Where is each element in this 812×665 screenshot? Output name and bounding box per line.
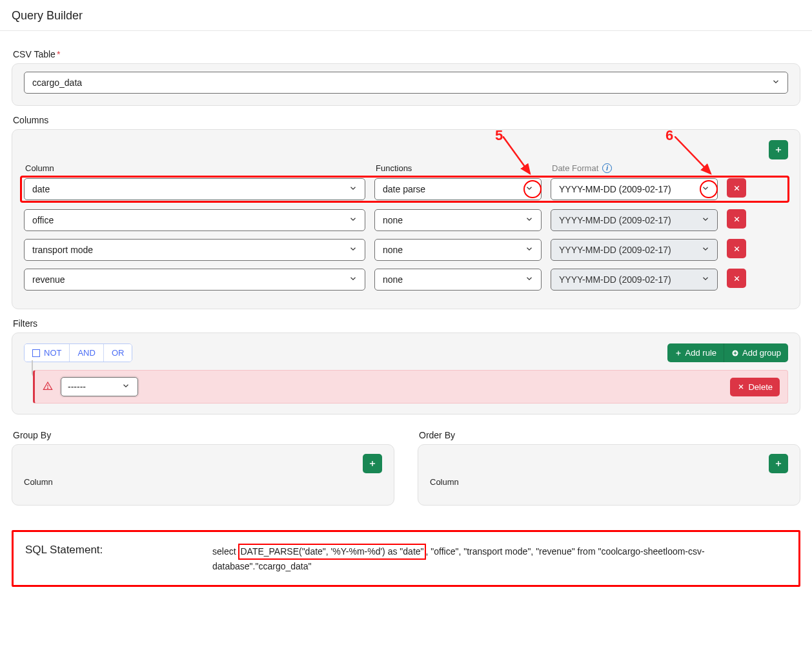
filter-not-label: NOT xyxy=(44,348,61,358)
add-rule-label: Add rule xyxy=(685,348,716,358)
group-by-column-header: Column xyxy=(24,477,382,487)
column-row: date date parse YYYY-MM-DD (2009-02-17) xyxy=(21,177,788,201)
required-asterisk: * xyxy=(57,49,60,59)
filter-and-button[interactable]: AND xyxy=(70,344,103,362)
column-select[interactable]: date xyxy=(24,178,365,200)
column-row: office none YYYY-MM-DD (2009-02-17) xyxy=(24,209,788,231)
warning-icon xyxy=(43,381,53,393)
columns-label: Columns xyxy=(13,115,800,125)
date-format-select[interactable]: YYYY-MM-DD (2009-02-17) xyxy=(551,178,718,200)
filter-rule-select[interactable]: ------ xyxy=(61,377,138,396)
add-group-button[interactable]: Add group xyxy=(724,343,788,362)
date-format-select: YYYY-MM-DD (2009-02-17) xyxy=(551,269,718,291)
sql-statement-panel: SQL Statement: select DATE_PARSE("date",… xyxy=(12,530,800,587)
function-select[interactable]: date parse xyxy=(374,178,542,200)
sql-pre: select xyxy=(212,546,238,557)
csv-table-panel: ccargo_data xyxy=(12,63,800,106)
columns-header-date-format: Date Format xyxy=(552,163,598,173)
filter-operators: NOT AND OR xyxy=(24,343,132,362)
checkbox-icon xyxy=(32,349,40,357)
csv-table-label: CSV Table* xyxy=(13,49,800,59)
order-by-column-header: Column xyxy=(430,477,788,487)
filter-rule-row: ------ Delete xyxy=(33,370,788,404)
add-rule-button[interactable]: Add rule xyxy=(667,343,724,362)
delete-label: Delete xyxy=(748,382,773,392)
add-group-label: Add group xyxy=(742,348,781,358)
column-select[interactable]: transport mode xyxy=(24,239,365,261)
function-select[interactable]: none xyxy=(374,209,542,231)
add-order-by-button[interactable] xyxy=(769,454,788,473)
column-row: revenue none YYYY-MM-DD (2009-02-17) xyxy=(24,269,788,291)
column-row: transport mode none YYYY-MM-DD (2009-02-… xyxy=(24,239,788,261)
function-select[interactable]: none xyxy=(374,239,542,261)
sql-statement-text: select DATE_PARSE("date", '%Y-%m-%d') as… xyxy=(212,544,787,573)
filter-not-button[interactable]: NOT xyxy=(25,344,70,362)
delete-rule-button[interactable]: Delete xyxy=(730,378,780,396)
csv-table-label-text: CSV Table xyxy=(13,49,56,59)
add-column-button[interactable] xyxy=(769,140,788,159)
group-by-label: Group By xyxy=(13,430,394,440)
group-by-panel: Column xyxy=(12,444,394,506)
filters-label: Filters xyxy=(13,318,800,329)
order-by-label: Order By xyxy=(419,430,800,440)
page-title: Query Builder xyxy=(0,0,812,31)
date-format-select: YYYY-MM-DD (2009-02-17) xyxy=(551,239,718,261)
remove-column-button[interactable] xyxy=(727,269,746,288)
svg-point-18 xyxy=(47,387,48,388)
remove-column-button[interactable] xyxy=(727,239,746,258)
info-icon[interactable]: i xyxy=(602,163,612,173)
date-format-select: YYYY-MM-DD (2009-02-17) xyxy=(551,209,718,231)
column-select[interactable]: revenue xyxy=(24,269,365,291)
columns-header-column: Column xyxy=(25,163,367,173)
filters-panel: NOT AND OR Add rule Add group ------ xyxy=(12,332,800,414)
add-group-by-button[interactable] xyxy=(363,454,382,473)
remove-column-button[interactable] xyxy=(727,178,746,198)
column-select[interactable]: office xyxy=(24,209,365,231)
order-by-panel: Column xyxy=(418,444,800,506)
function-select[interactable]: none xyxy=(374,269,542,291)
sql-highlighted: DATE_PARSE("date", '%Y-%m-%d') as "date" xyxy=(238,544,425,560)
filter-or-button[interactable]: OR xyxy=(104,344,132,362)
remove-column-button[interactable] xyxy=(727,209,746,229)
columns-panel: 5 6 Column Functions Date Format i xyxy=(12,129,800,309)
csv-table-select[interactable]: ccargo_data xyxy=(24,72,788,94)
sql-statement-label: SQL Statement: xyxy=(25,544,206,557)
columns-header-functions: Functions xyxy=(376,163,543,173)
